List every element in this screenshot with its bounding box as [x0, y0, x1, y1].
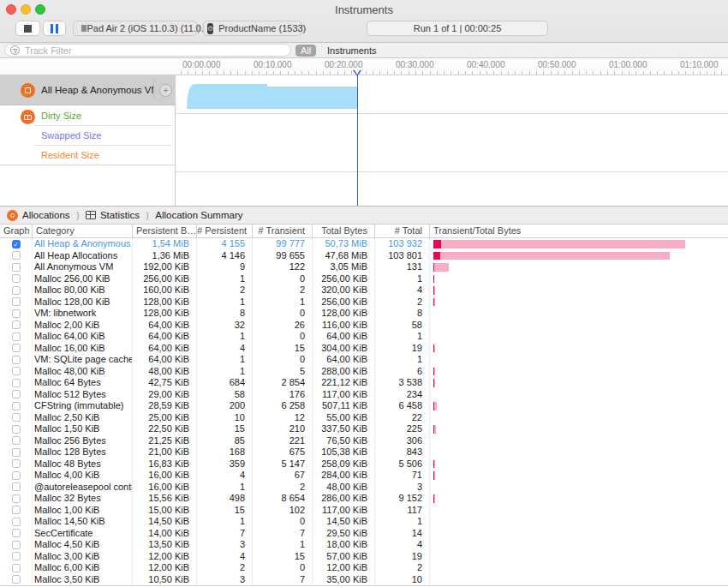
track-series-resident-size[interactable]: Resident Size: [41, 145, 170, 165]
process-selector[interactable]: ⚙ ProductName (1533): [203, 21, 302, 36]
column-header-num-total[interactable]: # Total: [375, 225, 430, 237]
column-header-transient-total-bytes[interactable]: Transient/Total Bytes: [430, 225, 728, 237]
graph-cell: [0, 539, 33, 551]
graph-checkbox[interactable]: [12, 436, 21, 445]
table-row[interactable]: Malloc 256,00 KiB256,00 KiB10256,00 KiB1: [0, 273, 728, 285]
chart-canvas[interactable]: [176, 75, 728, 206]
table-row[interactable]: SecCertificate14,00 KiB7729,50 KiB14: [0, 528, 728, 540]
table-row[interactable]: Malloc 14,50 KiB14,50 KiB1014,50 KiB1: [0, 516, 728, 528]
table-row[interactable]: ✓All Heap & Anonymous V…1,54 MiB4 15599 …: [0, 238, 728, 250]
playhead-flag-icon[interactable]: [353, 70, 361, 76]
track-row-heap[interactable]: All Heap & Anonymous VM +: [0, 75, 176, 105]
tab-instruments[interactable]: Instruments: [327, 45, 376, 57]
table-row[interactable]: Malloc 128,00 KiB128,00 KiB11256,00 KiB2: [0, 296, 728, 308]
table-row[interactable]: Malloc 32 Bytes15,56 KiB4988 654286,00 K…: [0, 493, 728, 505]
table-row[interactable]: VM: libnetwork128,00 KiB80128,00 KiB8: [0, 308, 728, 320]
graph-checkbox[interactable]: [12, 564, 21, 572]
graph-checkbox[interactable]: [12, 575, 21, 584]
category-cell: Malloc 1,50 KiB: [33, 423, 133, 435]
table-row[interactable]: Malloc 48 Bytes16,83 KiB3595 147258,09 K…: [0, 458, 728, 470]
pause-button[interactable]: [43, 21, 66, 36]
table-row[interactable]: Malloc 64,00 KiB64,00 KiB1064,00 KiB1: [0, 331, 728, 343]
graph-checkbox[interactable]: [12, 286, 21, 295]
ruler-tick: [558, 71, 558, 75]
graph-checkbox[interactable]: [12, 529, 21, 537]
table-row[interactable]: Malloc 256 Bytes21,25 KiB8522176,50 KiB3…: [0, 435, 728, 447]
table-row[interactable]: Malloc 64 Bytes42,75 KiB6842 854221,12 K…: [0, 377, 728, 389]
table-row[interactable]: Malloc 4,50 KiB13,50 KiB3118,00 KiB4: [0, 539, 728, 551]
ruler-tick: [458, 71, 459, 75]
ruler-tick: [415, 71, 416, 75]
graph-checkbox[interactable]: [12, 471, 21, 480]
table-row[interactable]: Malloc 16,00 KiB64,00 KiB415304,00 KiB19: [0, 343, 728, 355]
table-row[interactable]: Malloc 4,00 KiB16,00 KiB467284,00 KiB71: [0, 470, 728, 482]
table-row[interactable]: All Heap Allocations1,36 MiB4 14699 6554…: [0, 250, 728, 262]
graph-checkbox[interactable]: [12, 413, 21, 422]
graph-checkbox[interactable]: [12, 425, 21, 434]
timeline-ruler[interactable]: 00:00.00000:10.00000:20.00000:30.00000:4…: [0, 58, 728, 75]
graph-checkbox[interactable]: [12, 494, 21, 503]
breadcrumb-statistics[interactable]: Statistics: [86, 210, 140, 220]
table-row[interactable]: Malloc 128 Bytes21,00 KiB168675105,38 Ki…: [0, 446, 728, 458]
graph-checkbox[interactable]: [12, 448, 21, 457]
graph-checkbox[interactable]: [12, 356, 21, 364]
graph-checkbox[interactable]: [12, 274, 21, 283]
table-row[interactable]: @autoreleasepool content16,00 KiB1248,00…: [0, 482, 728, 494]
table-row[interactable]: Malloc 2,50 KiB25,00 KiB101255,00 KiB22: [0, 412, 728, 424]
graph-checkbox[interactable]: [12, 482, 21, 491]
stop-button[interactable]: [15, 21, 40, 36]
graph-checkbox[interactable]: [12, 297, 21, 306]
table-row[interactable]: Malloc 1,50 KiB22,50 KiB15210337,50 KiB2…: [0, 423, 728, 435]
graph-checkbox[interactable]: [12, 390, 21, 398]
transient-bar: [434, 263, 449, 272]
graph-checkbox[interactable]: [12, 402, 21, 410]
table-row[interactable]: Malloc 6,00 KiB12,00 KiB2012,00 KiB2: [0, 562, 728, 574]
graph-checkbox[interactable]: [12, 379, 21, 387]
ruler-tick: [252, 71, 253, 75]
column-header-num-persistent[interactable]: # Persistent: [197, 225, 253, 237]
ruler-tick: [486, 71, 487, 75]
graph-checkbox[interactable]: [12, 367, 21, 375]
category-cell: Malloc 1,00 KiB: [33, 505, 133, 517]
column-header-graph[interactable]: Graph: [0, 225, 33, 237]
total-bytes-cell: 64,00 KiB: [313, 354, 375, 366]
breadcrumb-allocation-summary[interactable]: Allocation Summary: [155, 210, 242, 220]
graph-checkbox[interactable]: [12, 263, 21, 272]
column-header-persistent-bytes[interactable]: Persistent B…∨: [133, 225, 197, 237]
add-instrument-button[interactable]: +: [159, 84, 172, 97]
track-series-swapped-size[interactable]: Swapped Size: [41, 125, 170, 145]
table-row[interactable]: All Anonymous VM192,00 KiB91223,05 MiB13…: [0, 261, 728, 273]
breadcrumb-allocations[interactable]: Allocations: [7, 210, 70, 221]
table-row[interactable]: Malloc 3,00 KiB12,00 KiB41557,00 KiB19: [0, 551, 728, 563]
graph-checkbox[interactable]: [12, 320, 21, 329]
graph-checkbox[interactable]: ✓: [12, 240, 21, 249]
table-row[interactable]: Malloc 3,50 KiB10,50 KiB3735,00 KiB10: [0, 574, 728, 586]
graph-checkbox[interactable]: [12, 309, 21, 318]
num-total-cell: 10: [375, 574, 430, 586]
column-header-num-transient[interactable]: # Transient: [253, 225, 313, 237]
tab-all[interactable]: All: [295, 45, 316, 57]
graph-checkbox[interactable]: [12, 251, 21, 260]
playhead-line[interactable]: [357, 75, 358, 206]
graph-checkbox[interactable]: [12, 332, 21, 341]
graph-checkbox[interactable]: [12, 506, 21, 514]
table-row[interactable]: Malloc 48,00 KiB48,00 KiB15288,00 KiB6: [0, 366, 728, 378]
ruler-time-label: 00:10.000: [254, 60, 292, 69]
table-row[interactable]: Malloc 1,00 KiB15,00 KiB15102117,00 KiB1…: [0, 505, 728, 517]
table-row[interactable]: CFString (immutable)28,59 KiB2006 258507…: [0, 400, 728, 412]
graph-checkbox[interactable]: [12, 344, 21, 352]
table-row[interactable]: Malloc 80,00 KiB160,00 KiB22320,00 KiB4: [0, 285, 728, 296]
column-header-category[interactable]: Category: [33, 225, 133, 237]
table-row[interactable]: Malloc 512 Bytes29,00 KiB58176117,00 KiB…: [0, 389, 728, 401]
graph-checkbox[interactable]: [12, 552, 21, 560]
graph-checkbox[interactable]: [12, 518, 21, 526]
track-filter-input[interactable]: Track Filter: [4, 44, 291, 57]
column-header-total-bytes[interactable]: Total Bytes: [313, 225, 375, 237]
graph-checkbox[interactable]: [12, 459, 21, 468]
table-row[interactable]: VM: SQLite page cache64,00 KiB1064,00 Ki…: [0, 354, 728, 366]
graph-checkbox[interactable]: [12, 541, 21, 549]
device-selector[interactable]: iPad Air 2 (iOS 11.0.3) (11.0.3): [73, 21, 197, 36]
persistent-bytes-cell: 29,00 KiB: [133, 389, 197, 401]
table-row[interactable]: Malloc 2,00 KiB64,00 KiB3226116,00 KiB58: [0, 320, 728, 332]
track-series-dirty-size[interactable]: Dirty Size: [41, 105, 170, 125]
